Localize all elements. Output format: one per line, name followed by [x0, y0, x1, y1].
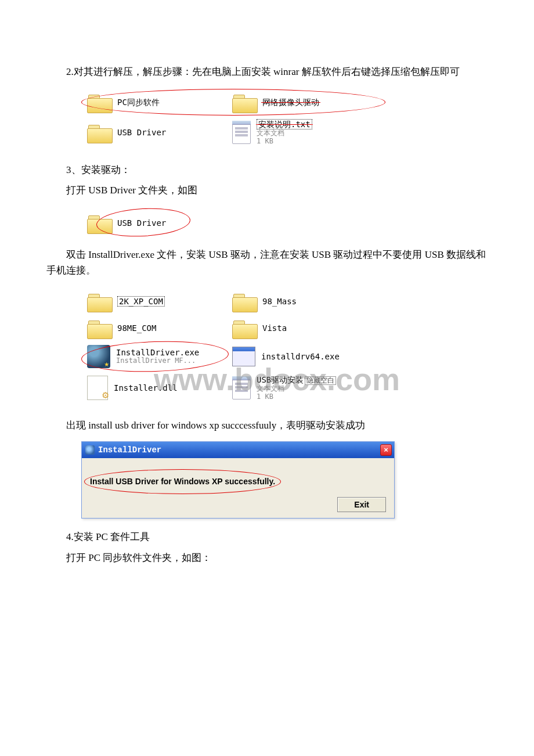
file-sub: InstallDriver MF...	[116, 357, 199, 365]
file-label: 安装说明.txt	[257, 119, 312, 129]
file-label: Installer.dll	[114, 383, 178, 393]
exit-button[interactable]: Exit	[337, 497, 386, 512]
folder-label: Vista	[262, 323, 287, 333]
paragraph-install-success: 出现 install usb driver for windows xp suc…	[46, 417, 488, 433]
folder-icon	[87, 123, 111, 142]
driver-row-1: 2K_XP_COM 98_Mass	[87, 291, 383, 311]
single-folder-usb-driver[interactable]: USB Driver	[81, 211, 172, 235]
file-item-usb-driver-readme[interactable]: USB驱动安装隐藏空白 文本文档 1 KB	[232, 375, 366, 401]
close-button[interactable]: ×	[380, 444, 392, 456]
text-file-icon	[232, 121, 251, 144]
file-sub-type: 文本文档	[257, 129, 312, 138]
folder-icon	[87, 291, 111, 311]
dialog-body: Install USB Driver for Windows XP succes…	[82, 458, 394, 518]
folder-panel-2: 2K_XP_COM 98_Mass 98ME_COM Vista Install…	[81, 286, 389, 407]
folder-icon	[232, 318, 257, 338]
folder-item-98mass[interactable]: 98_Mass	[232, 291, 366, 311]
dll-icon	[87, 376, 108, 400]
paragraph-open-usb-driver: 打开 USB Driver 文件夹，如图	[46, 182, 488, 198]
folder-label: 网络摄像头驱动	[262, 98, 319, 107]
folder-icon	[87, 213, 111, 233]
paragraph-step4: 4.安装 PC 套件工具	[46, 529, 488, 545]
file-sub-size: 1 KB	[257, 393, 336, 401]
driver-row-4: Installer.dll USB驱动安装隐藏空白 文本文档 1 KB	[87, 375, 383, 401]
folder-row-2: USB Driver 安装说明.txt 文本文档 1 KB	[87, 119, 377, 146]
text-file-icon	[232, 376, 251, 399]
folder-item-98mecom[interactable]: 98ME_COM	[87, 318, 221, 338]
folder-icon	[87, 92, 111, 112]
folder-icon	[87, 318, 111, 338]
file-item-installdrv64-exe[interactable]: installdrv64.exe	[232, 345, 366, 368]
install-driver-dialog: InstallDriver × Install USB Driver for W…	[81, 441, 395, 519]
dialog-title: InstallDriver	[98, 444, 161, 456]
paragraph-install-driver: 双击 InstallDriver.exe 文件，安装 USB 驱动，注意在安装 …	[46, 247, 488, 278]
file-item-installer-dll[interactable]: Installer.dll	[87, 375, 221, 401]
paragraph-open-pc-sync: 打开 PC 同步软件文件夹，如图：	[46, 550, 488, 566]
folder-label: USB Driver	[117, 217, 166, 229]
folder-label: 98ME_COM	[117, 323, 156, 333]
folder-icon	[232, 291, 257, 311]
folder-icon	[232, 92, 257, 112]
dialog-titlebar[interactable]: InstallDriver ×	[82, 442, 394, 458]
float-hint: 隐藏空白	[305, 376, 336, 386]
driver-row-3: InstallDriver.exe InstallDriver MF... in…	[87, 345, 383, 368]
folder-item-2kxpcom[interactable]: 2K_XP_COM	[87, 291, 221, 311]
file-label: USB驱动安装隐藏空白	[257, 375, 336, 386]
file-item-installdriver-exe[interactable]: InstallDriver.exe InstallDriver MF...	[87, 345, 221, 368]
folder-item-vista[interactable]: Vista	[232, 318, 366, 338]
folder-item-pc-sync[interactable]: PC同步软件	[87, 92, 221, 112]
folder-label: 98_Mass	[262, 297, 297, 306]
folder-row-1: PC同步软件 网络摄像头驱动	[87, 92, 377, 112]
paragraph-step2: 2.对其进行解压，解压步骤：先在电脑上面安装 winrar 解压软件后右键选择压…	[46, 64, 488, 80]
file-label: installdrv64.exe	[261, 352, 340, 361]
folder-label: USB Driver	[117, 128, 166, 137]
exe-window-icon	[232, 347, 255, 366]
app-icon	[85, 445, 95, 455]
folder-label: 2K_XP_COM	[117, 296, 165, 307]
folder-item-webcam-driver[interactable]: 网络摄像头驱动	[232, 92, 366, 112]
dialog-message: Install USB Driver for Windows XP succes…	[90, 475, 275, 488]
folder-label: PC同步软件	[117, 98, 160, 107]
file-label: InstallDriver.exe	[116, 348, 199, 357]
paragraph-step3: 3、安装驱动：	[46, 162, 488, 178]
driver-row-2: 98ME_COM Vista	[87, 318, 383, 338]
file-sub-size: 1 KB	[257, 138, 312, 146]
file-sub-type: 文本文档	[257, 385, 336, 393]
exe-icon	[87, 345, 110, 368]
folder-panel-1: PC同步软件 网络摄像头驱动 USB Driver 安装说明.txt 文本文档 …	[81, 87, 383, 152]
folder-item-usb-driver[interactable]: USB Driver	[87, 119, 221, 146]
file-item-install-readme[interactable]: 安装说明.txt 文本文档 1 KB	[232, 119, 366, 146]
